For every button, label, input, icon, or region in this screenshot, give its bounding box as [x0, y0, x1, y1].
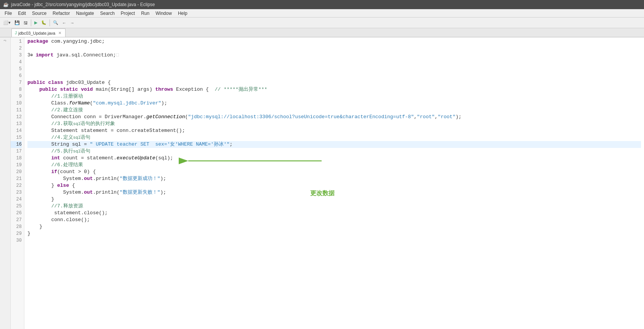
kw-package: package — [27, 38, 48, 45]
code-line-4 — [27, 59, 641, 66]
title-bar: ☕ javaCode - jdbc_2/src/com/yangying/jdb… — [0, 0, 644, 9]
tab-java-icon: J — [15, 31, 17, 35]
code-line-25: //7.释放资源 — [27, 203, 641, 210]
menu-run[interactable]: Run — [138, 10, 152, 17]
line-num-20: 20 — [11, 169, 22, 175]
left-margin-label: J — [3, 40, 7, 42]
menu-navigate[interactable]: Navigate — [73, 10, 97, 17]
line-num-19: 19 — [11, 162, 22, 169]
line-num-14: 14 — [11, 127, 22, 134]
code-line-19: //6.处理结果 — [27, 162, 641, 169]
menu-refactor[interactable]: Refactor — [50, 10, 73, 17]
toolbar-sep-1 — [31, 19, 31, 26]
toolbar-save[interactable]: 💾 — [13, 19, 21, 26]
code-line-12: Connection conn = DriverManager.getConne… — [27, 114, 641, 120]
line-num-27: 27 — [11, 217, 22, 223]
code-line-26: statement.close(); — [27, 210, 641, 217]
editor-container: J jdbc03_Update.java ✕ J 1 2 3 4 5 6 7 8… — [0, 28, 644, 329]
menu-file[interactable]: File — [2, 10, 15, 17]
tab-close-btn[interactable]: ✕ — [58, 31, 61, 35]
line-num-13: 13 — [11, 120, 22, 127]
line-numbers: 1 2 3 4 5 6 7 8 9 10 11 12 13 14 15 16 1… — [11, 37, 24, 329]
code-line-7: public class jdbc03_Update { — [27, 79, 641, 86]
code-line-2 — [27, 45, 641, 52]
line-num-21: 21 — [11, 175, 22, 182]
line-num-7: 7 — [11, 79, 22, 86]
menu-project[interactable]: Project — [118, 10, 138, 17]
code-line-28: } — [27, 223, 641, 230]
code-line-8: public static void main(String[] args) t… — [27, 86, 641, 93]
code-line-29: } — [27, 230, 641, 237]
line-num-29: 29 — [11, 230, 22, 237]
line-num-30: 30 — [11, 237, 22, 244]
line-num-22: 22 — [11, 182, 22, 189]
code-line-18: int count = statement.executeUpdate(sql)… — [27, 155, 641, 162]
line-num-1: 1 — [11, 38, 22, 45]
toolbar-search[interactable]: 🔍 — [51, 19, 60, 26]
line-num-25: 25 — [11, 203, 22, 210]
line-num-18: 18 — [11, 155, 22, 162]
editor-tab[interactable]: J jdbc03_Update.java ✕ — [11, 29, 66, 37]
line-num-12: 12 — [11, 114, 22, 120]
annotation-text: 更改数据 — [310, 190, 335, 197]
code-line-13: //3.获取sql语句的执行对象 — [27, 120, 641, 127]
code-line-11: //2.建立连接 — [27, 107, 641, 114]
window-title: javaCode - jdbc_2/src/com/yangying/jdbc/… — [11, 2, 155, 7]
line-num-15: 15 — [11, 134, 22, 141]
line-num-5: 5 — [11, 66, 22, 72]
menu-search[interactable]: Search — [97, 10, 118, 17]
toolbar-sep-2 — [50, 19, 50, 26]
code-line-30 — [27, 237, 641, 244]
line-num-26: 26 — [11, 210, 22, 217]
menu-source[interactable]: Source — [29, 10, 50, 17]
code-line-1: package com.yangying.jdbc; — [27, 38, 641, 45]
tab-label: jdbc03_Update.java — [18, 31, 55, 35]
code-line-17: //5.执行sql语句 — [27, 148, 641, 155]
toolbar-run[interactable]: ▶ — [33, 19, 39, 26]
menu-bar: File Edit Source Refactor Navigate Searc… — [0, 9, 644, 18]
toolbar-debug[interactable]: 🐛 — [40, 19, 48, 26]
line-num-6: 6 — [11, 72, 22, 79]
code-content[interactable]: package com.yangying.jdbc; 3⊕ import jav… — [24, 37, 644, 329]
code-line-5 — [27, 66, 641, 72]
title-icon: ☕ — [3, 2, 9, 7]
code-line-22: } else { — [27, 182, 641, 189]
menu-window[interactable]: Window — [152, 10, 175, 17]
code-editor: J 1 2 3 4 5 6 7 8 9 10 11 12 13 14 15 16… — [0, 37, 644, 329]
code-line-21: System.out.println("数据更新成功！"); — [27, 175, 641, 182]
toolbar-back[interactable]: ← — [61, 20, 68, 26]
toolbar-forward[interactable]: → — [69, 20, 76, 26]
code-line-9: //1.注册驱动 — [27, 93, 641, 100]
line-num-16: 16 — [11, 141, 22, 148]
line-num-10: 10 — [11, 100, 22, 107]
menu-edit[interactable]: Edit — [15, 10, 29, 17]
toolbar-save-all[interactable]: 🖫 — [22, 20, 29, 26]
line-num-24: 24 — [11, 196, 22, 203]
line-num-4: 4 — [11, 59, 22, 66]
line-num-9: 9 — [11, 93, 22, 100]
code-line-16: String sql = " UPDATE teacher SET sex='女… — [27, 141, 641, 148]
code-line-6 — [27, 72, 641, 79]
left-margin: J — [0, 37, 11, 329]
toolbar: ⬜▾ 💾 🖫 ▶ 🐛 🔍 ← → — [0, 18, 644, 28]
line-num-28: 28 — [11, 223, 22, 230]
code-line-3: 3⊕ import java.sql.Connection;□ — [27, 52, 641, 59]
code-line-10: Class.forName("com.mysql.jdbc.Driver"); — [27, 100, 641, 107]
line-num-17: 17 — [11, 148, 22, 155]
line-num-2: 2 — [11, 45, 22, 52]
code-line-15: //4.定义sql语句 — [27, 134, 641, 141]
code-line-27: conn.close(); — [27, 217, 641, 223]
menu-help[interactable]: Help — [175, 10, 191, 17]
line-num-8: 8 — [11, 86, 22, 93]
code-line-14: Statement statement = conn.createStateme… — [27, 127, 641, 134]
code-line-20: if(count > 0) { — [27, 169, 641, 175]
code-line-24: } — [27, 196, 641, 203]
line-num-11: 11 — [11, 107, 22, 114]
line-num-3: 3 — [11, 52, 22, 59]
toolbar-new[interactable]: ⬜▾ — [2, 19, 12, 26]
tab-bar: J jdbc03_Update.java ✕ — [0, 28, 644, 37]
line-num-23: 23 — [11, 189, 22, 196]
